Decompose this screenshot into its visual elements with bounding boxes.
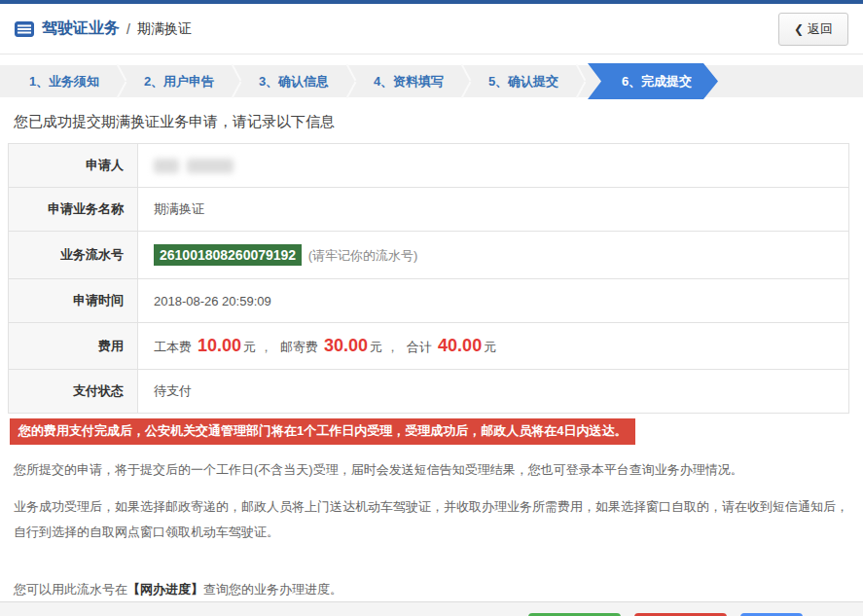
fee-item3-amount: 40.00 <box>438 336 482 355</box>
progress-hint-paragraph: 您可以用此流水号在【网办进度】查询您的业务办理进度。 <box>14 577 849 601</box>
breadcrumb-current: 期满换证 <box>137 20 192 38</box>
business-name-value: 期满换证 <box>138 188 849 232</box>
fee-label: 费用 <box>9 323 138 370</box>
step-6-complete-submit-active: 6、完成提交 <box>588 63 718 99</box>
fee-item3-unit: 元 <box>484 340 496 354</box>
fee-separator: ， <box>386 340 399 354</box>
header-bar: 驾驶证业务 / 期满换证 ❮ 返回 <box>0 4 863 54</box>
table-row-business-name: 申请业务名称 期满换证 <box>9 188 849 232</box>
fee-item2-name: 邮寄费 <box>280 340 318 354</box>
serial-number-note: (请牢记你的流水号) <box>308 248 418 263</box>
fee-item1-unit: 元 <box>243 340 256 354</box>
fee-value: 工本费10.00元，邮寄费30.00元，合计40.00元 <box>138 323 849 370</box>
step-separator <box>459 65 473 97</box>
fee-item1-name: 工本费 <box>154 340 192 354</box>
breadcrumb-separator: / <box>126 21 130 37</box>
table-row-serial-number: 业务流水号 261001808260079192 (请牢记你的流水号) <box>9 232 849 279</box>
back-arrow-icon: ❮ <box>794 22 804 36</box>
fee-item3-name: 合计 <box>407 340 432 354</box>
step-4-fill-materials: 4、资料填写 <box>358 65 459 97</box>
apply-time-label: 申请时间 <box>9 279 138 323</box>
serial-number-badge: 261001808260079192 <box>154 244 302 266</box>
fee-item1-amount: 10.00 <box>198 336 241 355</box>
fee-item2-unit: 元 <box>370 340 382 354</box>
notice-paragraph-1: 您所提交的申请，将于提交后的一个工作日(不含当天)受理，届时会发送短信告知受理结… <box>14 457 849 482</box>
step-3-confirm-info: 3、确认信息 <box>243 65 344 97</box>
table-row-fee: 费用 工本费10.00元，邮寄费30.00元，合计40.00元 <box>9 323 849 370</box>
applicant-value <box>138 144 849 188</box>
applicant-label: 申请人 <box>9 144 138 188</box>
top-back-button[interactable]: ❮ 返回 <box>778 13 848 46</box>
applicant-name-redacted <box>187 159 234 173</box>
pay-status-label: 支付状态 <box>9 370 138 414</box>
step-separator <box>344 65 358 97</box>
apply-time-value: 2018-08-26 20:59:09 <box>138 279 849 323</box>
success-message: 您已成功提交期满换证业务申请，请记录以下信息 <box>14 113 849 131</box>
pay-status-value: 待支付 <box>138 370 849 414</box>
fee-item2-amount: 30.00 <box>324 336 368 355</box>
progress-hint-prefix: 您可以用此流水号在 <box>14 582 127 597</box>
page: 驾驶证业务 / 期满换证 ❮ 返回 1、业务须知 2、用户申告 3、确认信息 4… <box>0 0 863 616</box>
footer-action-bar: ¥ 继续支付 ¥ 取消支付 返回 <box>0 601 863 616</box>
notice-paragraph-2: 业务成功受理后，如果选择邮政寄递的，邮政人员将上门送达机动车驾驶证，并收取办理业… <box>14 494 849 544</box>
step-separator <box>115 65 128 97</box>
step-separator <box>574 65 588 97</box>
step-separator <box>230 65 243 97</box>
business-name-label: 申请业务名称 <box>9 188 138 232</box>
step-2-user-declaration: 2、用户申告 <box>128 65 230 97</box>
step-5-confirm-submit: 5、确认提交 <box>473 65 574 97</box>
table-row-apply-time: 申请时间 2018-08-26 20:59:09 <box>9 279 849 323</box>
payment-warning-banner: 您的费用支付完成后，公安机关交通管理部门将在1个工作日内受理，受理成功后，邮政人… <box>10 418 635 445</box>
fee-separator: ， <box>260 340 272 354</box>
page-title: 驾驶证业务 <box>42 18 120 39</box>
serial-number-value: 261001808260079192 (请牢记你的流水号) <box>138 232 849 279</box>
table-row-applicant: 申请人 <box>9 144 849 188</box>
list-icon <box>15 21 34 37</box>
serial-number-label: 业务流水号 <box>9 232 138 279</box>
table-row-pay-status: 支付状态 待支付 <box>9 370 849 414</box>
step-1-business-notice: 1、业务须知 <box>14 65 115 97</box>
progress-page-reference: 【网办进度】 <box>127 582 203 597</box>
application-info-table: 申请人 申请业务名称 期满换证 业务流水号 261001808260079192… <box>8 143 849 414</box>
progress-hint-suffix: 查询您的业务办理进度。 <box>203 582 342 597</box>
applicant-name-redacted <box>154 159 179 173</box>
top-back-label: 返回 <box>808 20 833 38</box>
step-progress-bar: 1、业务须知 2、用户申告 3、确认信息 4、资料填写 5、确认提交 6、完成提… <box>0 65 863 97</box>
